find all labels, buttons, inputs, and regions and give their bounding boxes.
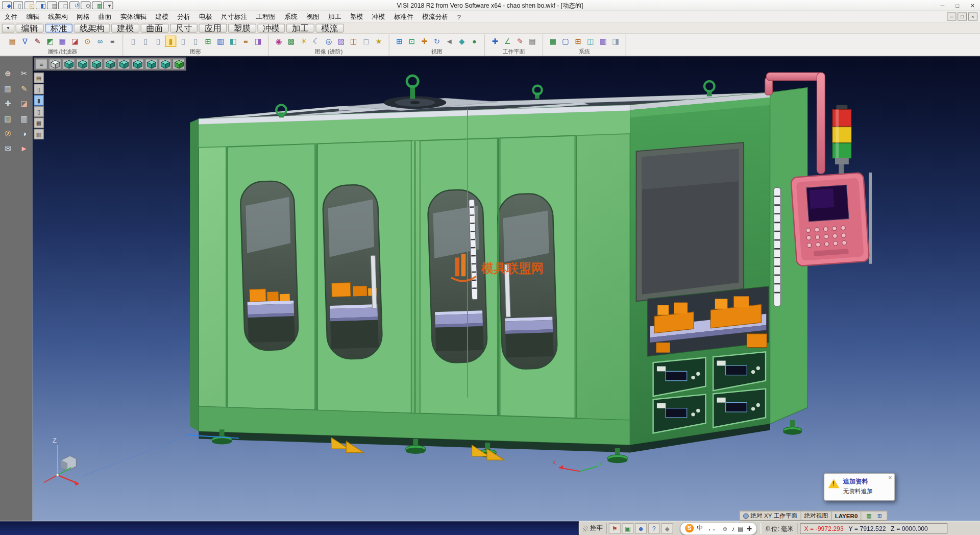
- panel-toggle-2[interactable]: ▯: [34, 84, 44, 94]
- toolbox-icon[interactable]: ✚: [747, 525, 752, 531]
- toast-close-button[interactable]: ×: [888, 475, 892, 481]
- window-2[interactable]: [322, 184, 382, 360]
- color-filter-icon[interactable]: ◩: [44, 36, 56, 47]
- eraser-icon[interactable]: ◪: [17, 98, 31, 110]
- view-page-1-icon[interactable]: ▯: [128, 36, 139, 47]
- zoom-icon[interactable]: ⊕: [1, 67, 14, 80]
- smiley-icon[interactable]: ☺: [722, 525, 728, 531]
- globe-view-icon[interactable]: ●: [469, 36, 480, 47]
- flag-icon[interactable]: ⚑: [609, 523, 621, 533]
- texture-icon[interactable]: ▩: [286, 36, 297, 47]
- help-icon[interactable]: ?: [648, 523, 660, 533]
- previous-view-icon[interactable]: ◄: [444, 36, 455, 47]
- selection-filter-icon[interactable]: ⊙: [82, 36, 93, 47]
- zoom-fit-icon[interactable]: ⊡: [406, 36, 418, 47]
- view-bottom-button[interactable]: [131, 59, 143, 69]
- view-iso-white-button[interactable]: [49, 59, 61, 69]
- viewport[interactable]: 模具联盟网 Z X: [33, 56, 980, 521]
- snapshot-icon[interactable]: ★: [373, 36, 384, 47]
- ime-punct-toggle[interactable]: ，。: [706, 524, 719, 532]
- workplane-status[interactable]: 绝对 XY 工作平面: [740, 512, 801, 520]
- hmi-panel[interactable]: [791, 173, 869, 266]
- camera-icon[interactable]: ◎: [323, 36, 334, 47]
- viewbar-menu-button[interactable]: ≡: [35, 59, 47, 69]
- section-icon[interactable]: ◫: [348, 36, 359, 47]
- new-file-icon[interactable]: ▯: [13, 1, 23, 9]
- menu-item[interactable]: 网格: [72, 11, 94, 22]
- pencil-icon[interactable]: ✎: [17, 83, 31, 95]
- mdi-restore-button[interactable]: □: [958, 12, 967, 20]
- menu-item[interactable]: 线架构: [44, 11, 72, 22]
- app-logo[interactable]: ◆: [2, 1, 12, 9]
- image-icon[interactable]: ▣: [622, 523, 633, 533]
- window-1[interactable]: [240, 181, 299, 351]
- toolbar-tab[interactable]: 标准: [45, 23, 73, 32]
- database-icon[interactable]: ▥: [215, 36, 226, 47]
- menu-item[interactable]: 尺寸标注: [216, 11, 252, 22]
- ime-mode-toggle[interactable]: 中: [697, 524, 703, 532]
- tabbar-dropdown-button[interactable]: ▾: [2, 23, 14, 32]
- cut-icon[interactable]: ✂: [17, 67, 31, 80]
- menu-item[interactable]: 实体编辑: [116, 11, 151, 22]
- grid-snap-icon[interactable]: ▦: [1, 83, 14, 95]
- right-side-door[interactable]: [636, 142, 744, 301]
- panel-toggle-4[interactable]: ▯: [34, 106, 44, 117]
- cells-icon[interactable]: ⊞: [875, 512, 884, 520]
- notebook-icon[interactable]: ▥: [17, 112, 31, 125]
- two-views-icon[interactable]: ②: [1, 128, 14, 140]
- menu-item[interactable]: 曲面: [94, 11, 116, 22]
- workplane-list-icon[interactable]: ▤: [527, 36, 538, 47]
- layer-selector[interactable]: LAYER0: [832, 512, 862, 520]
- menu-item[interactable]: 编辑: [22, 11, 44, 22]
- filter-icon[interactable]: ∇: [19, 36, 31, 47]
- right-opening[interactable]: [648, 286, 769, 356]
- background-icon[interactable]: ▨: [336, 36, 347, 47]
- menu-item[interactable]: 系统: [280, 11, 302, 22]
- menu-item[interactable]: 分析: [173, 11, 195, 22]
- view-right-button[interactable]: [104, 59, 116, 69]
- menu-item[interactable]: 模流分析: [418, 11, 453, 22]
- attribute-brush-icon[interactable]: ✎: [32, 36, 43, 47]
- toolbar-tab[interactable]: 线架构: [74, 23, 110, 32]
- panel-toggle-5[interactable]: ▦: [34, 117, 44, 128]
- dynamic-view-icon[interactable]: ◆: [456, 36, 468, 47]
- system-info-icon[interactable]: ◨: [610, 36, 621, 47]
- sogou-logo-icon[interactable]: S: [685, 524, 694, 532]
- view-page-5-icon[interactable]: ▯: [190, 36, 201, 47]
- print-icon[interactable]: ▤: [47, 1, 57, 9]
- view-page-2-icon[interactable]: ▯: [140, 36, 151, 47]
- toolbar-tab[interactable]: 冲模: [257, 23, 285, 32]
- workplane-xy-icon[interactable]: ✚: [489, 36, 501, 47]
- menu-item[interactable]: 工程图: [252, 11, 280, 22]
- report-icon[interactable]: ▥: [598, 36, 609, 47]
- menu-item[interactable]: 标准件: [389, 11, 418, 22]
- light-icon[interactable]: ☀: [298, 36, 309, 47]
- pan-icon[interactable]: ✚: [419, 36, 430, 47]
- element-filter-icon[interactable]: ◪: [69, 36, 81, 47]
- mdi-minimize-button[interactable]: ─: [947, 12, 956, 20]
- transparency-icon[interactable]: ◻: [361, 36, 372, 47]
- flag-tool-icon[interactable]: ►: [17, 142, 31, 155]
- snap-toggle[interactable]: 拴牢: [579, 523, 607, 533]
- view-back-button[interactable]: [76, 59, 88, 69]
- maximize-button[interactable]: □: [950, 0, 965, 11]
- toolbar-tab[interactable]: 模流: [315, 23, 344, 32]
- undo-icon[interactable]: ↺: [69, 1, 80, 9]
- workplane-3point-icon[interactable]: ∠: [502, 36, 513, 47]
- machine-front-face[interactable]: [190, 105, 630, 445]
- mdi-close-button[interactable]: ×: [968, 12, 977, 20]
- cube-icon[interactable]: ◧: [228, 36, 239, 47]
- toolbar-tab[interactable]: 曲面: [140, 23, 168, 32]
- zoom-window-icon[interactable]: ⊞: [394, 36, 405, 47]
- pin-icon[interactable]: ◆: [662, 523, 673, 533]
- view-front-button[interactable]: [62, 59, 75, 69]
- mask-icon[interactable]: ◨: [253, 36, 264, 47]
- grid-icon[interactable]: ▦: [92, 1, 102, 9]
- view-page-3-icon[interactable]: ▯: [153, 36, 164, 47]
- window-layout-icon[interactable]: ◫: [585, 36, 596, 47]
- menu-item[interactable]: 加工: [324, 11, 346, 22]
- machine-right-face[interactable]: [630, 87, 807, 445]
- command-input[interactable]: [0, 521, 579, 535]
- layer-filter-icon[interactable]: ▦: [57, 36, 68, 47]
- view-iso-1-button[interactable]: [145, 59, 157, 69]
